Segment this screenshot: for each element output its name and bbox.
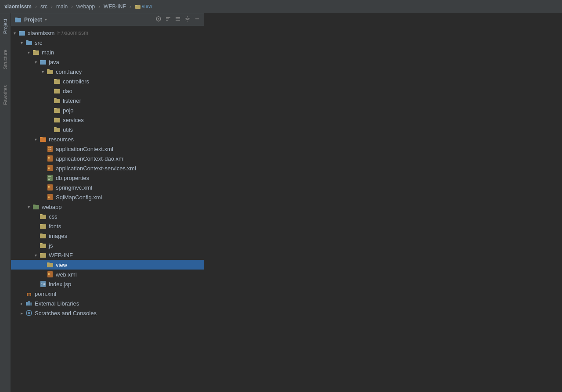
expand-icon[interactable] [175, 16, 181, 23]
project-folder-icon [14, 16, 22, 23]
tree-node-resources[interactable]: ▾ resources [11, 134, 204, 144]
svg-rect-51 [48, 167, 50, 168]
svg-rect-27 [47, 69, 50, 70]
svg-rect-45 [50, 147, 51, 148]
tree-node-appcontext-services-xml[interactable]: applicationContext-services.xml [11, 163, 204, 173]
tree-node-appcontext-dao-xml[interactable]: applicationContext-dao.xml [11, 154, 204, 163]
svg-rect-69 [40, 234, 46, 238]
tree-node-pom-xml[interactable]: m pom.xml [11, 289, 204, 298]
breadcrumb-main: main [56, 4, 68, 10]
tree-node-services[interactable]: ▸ services [11, 115, 204, 125]
tree-node-web-xml[interactable]: web.xml [11, 270, 204, 279]
tree-node-css[interactable]: ▸ css [11, 212, 204, 221]
svg-rect-72 [40, 243, 43, 244]
svg-rect-61 [48, 196, 50, 197]
tree-node-sqlmapconfig-xml[interactable]: SqlMapConfig.xml [11, 192, 204, 202]
locate-icon[interactable] [155, 16, 162, 23]
svg-rect-66 [40, 214, 43, 215]
tree-node-webapp[interactable]: ▾ webapp [11, 202, 204, 212]
svg-point-16 [187, 18, 188, 20]
sidebar-tab-favorites[interactable]: Favorites [1, 82, 10, 108]
svg-rect-55 [48, 178, 51, 178]
breadcrumb-view: view [135, 3, 152, 10]
main-layout: Project Structure Favorites Project ▾ [0, 13, 562, 392]
tree-node-view[interactable]: ▸ view [11, 260, 204, 270]
svg-rect-75 [47, 263, 53, 267]
breadcrumb-webapp: webapp [76, 4, 95, 10]
svg-rect-26 [47, 70, 53, 74]
svg-rect-41 [40, 137, 43, 138]
svg-rect-33 [54, 98, 57, 99]
title-bar: xiaomissm › src › main › webapp › WEB-IN… [0, 0, 562, 13]
tree-node-webinf[interactable]: ▾ WEB-INF [11, 250, 204, 260]
tree-node-controllers[interactable]: ▸ controllers [11, 76, 204, 86]
svg-rect-76 [47, 263, 50, 263]
tree-node-js[interactable]: ▸ js [11, 241, 204, 250]
project-panel: Project ▾ [11, 13, 204, 392]
tree-node-images[interactable]: ▸ images [11, 231, 204, 241]
svg-rect-63 [33, 205, 39, 209]
tree-node-comfancy[interactable]: ▾ com.fancy [11, 67, 204, 76]
svg-rect-35 [54, 108, 57, 109]
svg-rect-39 [54, 127, 57, 128]
collapse-icon[interactable] [165, 16, 171, 23]
tree-node-main[interactable]: ▾ main [11, 47, 204, 57]
svg-rect-34 [54, 108, 60, 113]
breadcrumb-src: src [40, 4, 47, 10]
svg-rect-68 [40, 224, 43, 225]
tree-node-appcontext-xml[interactable]: applicationContext.xml [11, 144, 204, 154]
svg-rect-62 [48, 197, 50, 198]
left-sidebar-tabs: Project Structure Favorites [0, 13, 11, 392]
svg-rect-30 [54, 89, 60, 94]
svg-rect-2 [15, 18, 21, 22]
svg-rect-36 [54, 118, 60, 122]
svg-rect-21 [26, 40, 29, 41]
svg-rect-70 [40, 234, 43, 234]
svg-rect-18 [19, 31, 25, 36]
tree-node-src[interactable]: ▾ src [11, 38, 204, 47]
sidebar-tab-structure[interactable]: Structure [1, 46, 10, 73]
svg-rect-23 [33, 50, 36, 51]
tree-node-xiaomissm[interactable]: ▾ xiaomissm F:\xiaomissm [11, 28, 204, 38]
svg-rect-74 [40, 253, 43, 254]
tree-node-dao[interactable]: ▸ dao [11, 86, 204, 96]
tree-node-external-libraries[interactable]: ▸ External Libraries [11, 298, 204, 308]
svg-rect-64 [33, 205, 36, 205]
svg-rect-1 [135, 5, 137, 6]
svg-rect-40 [40, 137, 46, 142]
svg-rect-52 [48, 168, 50, 169]
svg-rect-19 [19, 31, 22, 32]
svg-rect-32 [54, 99, 60, 103]
svg-rect-37 [54, 118, 57, 119]
tree-node-scratches[interactable]: ▸ Scratches and Consoles [11, 308, 204, 318]
tree-node-db-properties[interactable]: db.properties [11, 173, 204, 183]
settings-icon[interactable] [184, 16, 191, 23]
tree-node-pojo[interactable]: ▸ pojo [11, 105, 204, 115]
svg-rect-22 [33, 50, 39, 55]
tree-node-springmvc-xml[interactable]: springmvc.xml [11, 183, 204, 192]
svg-rect-65 [40, 215, 46, 219]
tree-node-index-jsp[interactable]: JSP index.jsp [11, 279, 204, 289]
svg-rect-49 [48, 158, 50, 159]
panel-dropdown-arrow[interactable]: ▾ [45, 17, 47, 22]
svg-rect-83 [28, 301, 30, 306]
svg-rect-73 [40, 253, 46, 258]
minimize-icon[interactable] [194, 16, 200, 23]
tree-node-listener[interactable]: ▸ listener [11, 96, 204, 105]
svg-rect-84 [30, 302, 32, 306]
tree-node-java[interactable]: ▾ java [11, 57, 204, 67]
tree-node-utils[interactable]: ▸ utils [11, 125, 204, 134]
svg-rect-25 [40, 60, 43, 61]
svg-text:JSP: JSP [41, 283, 46, 286]
folder-icon [135, 4, 141, 10]
panel-header: Project ▾ [11, 13, 204, 26]
svg-point-5 [158, 18, 159, 20]
svg-rect-31 [54, 89, 57, 90]
tree-node-fonts[interactable]: ▸ fonts [11, 221, 204, 231]
sidebar-tab-project[interactable]: Project [1, 15, 10, 37]
tree-container[interactable]: ▾ xiaomissm F:\xiaomissm ▾ src [11, 26, 204, 392]
svg-rect-56 [48, 179, 50, 180]
svg-rect-29 [54, 79, 57, 80]
svg-rect-20 [26, 41, 32, 45]
panel-title: Project [24, 17, 42, 23]
